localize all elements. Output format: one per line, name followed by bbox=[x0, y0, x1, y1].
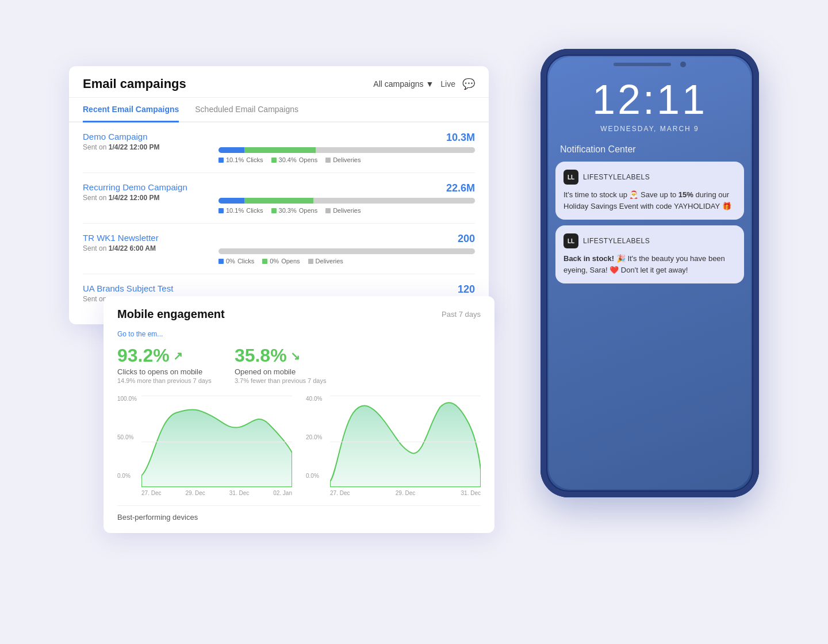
progress-bar bbox=[218, 198, 475, 204]
x-label: 29. Dec bbox=[396, 490, 415, 496]
notification-center-label: Notification Center bbox=[549, 144, 751, 162]
notif-text-2: Back in stock! 🎉 It's the beauty you hav… bbox=[564, 253, 736, 275]
opens-pct: 0% bbox=[270, 258, 279, 264]
campaign-name[interactable]: UA Brands Subject Test bbox=[83, 283, 209, 293]
all-campaigns-button[interactable]: All campaigns ▼ bbox=[373, 79, 434, 89]
metric-opened-mobile: 35.8% ↘ Opened on mobile 3.7% fewer than… bbox=[235, 345, 327, 384]
x-label: 27. Dec bbox=[141, 490, 161, 496]
y-label: 40.0% bbox=[306, 396, 328, 402]
x-label: 27. Dec bbox=[330, 490, 350, 496]
tab-scheduled-email[interactable]: Scheduled Email Campaigns bbox=[195, 98, 298, 122]
notif-brand-2: LIFESTYLELABELS bbox=[583, 237, 650, 245]
go-to-email-link[interactable]: Go to the em... bbox=[117, 330, 481, 338]
tabs-container: Recent Email Campaigns Scheduled Email C… bbox=[69, 98, 489, 122]
campaign-sent: Sent on 1/4/22 12:00 PM bbox=[83, 194, 209, 202]
opens-pct: 30.4% bbox=[279, 156, 297, 163]
clicks-pct: 10.1% bbox=[226, 156, 244, 163]
bar-label-deliveries: Deliveries bbox=[325, 207, 361, 214]
metric1-label: Clicks to opens on mobile bbox=[117, 367, 212, 376]
bar-label-clicks: 0% Clicks bbox=[218, 258, 254, 264]
dot-deliveries bbox=[308, 259, 313, 264]
metric2-sub: 3.7% fewer than previous 7 days bbox=[235, 377, 327, 384]
phone-camera bbox=[680, 62, 686, 67]
campaign-left: Demo Campaign Sent on 1/4/22 12:00 PM bbox=[83, 132, 209, 151]
notif-brand-1: LIFESTYLELABELS bbox=[583, 173, 650, 181]
bar-label-clicks: 10.1% Clicks bbox=[218, 156, 263, 163]
campaign-right: 10.3M 10.1% Clicks 30.4% Opens Deliverie… bbox=[218, 132, 475, 163]
bar-label-opens: 30.3% Opens bbox=[271, 207, 318, 214]
arrow-down-icon: ↘ bbox=[290, 349, 300, 363]
chevron-down-icon: ▼ bbox=[425, 79, 434, 89]
x-label: 29. Dec bbox=[185, 490, 205, 496]
dashboard-title: Email campaings bbox=[83, 76, 186, 91]
email-dashboard: Email campaings All campaigns ▼ Live 💬 R… bbox=[69, 66, 489, 324]
y-label: 0.0% bbox=[306, 473, 328, 479]
bar-clicks bbox=[218, 147, 244, 153]
campaign-row: TR WK1 Newsletter Sent on 1/4/22 6:00 AM… bbox=[83, 224, 475, 274]
campaign-sent: Sent on 1/4/22 6:00 AM bbox=[83, 244, 209, 252]
dot-clicks bbox=[218, 259, 224, 264]
metric2-value: 35.8% bbox=[235, 345, 287, 366]
engagement-title: Mobile engagement bbox=[117, 308, 225, 321]
phone-date: WEDNESDAY, MARCH 9 bbox=[549, 125, 751, 133]
live-badge: Live bbox=[440, 79, 455, 89]
campaign-date: 1/4/22 6:00 AM bbox=[109, 244, 156, 252]
bar-label-opens: 30.4% Opens bbox=[271, 156, 318, 163]
campaign-metric: 22.6M bbox=[218, 182, 475, 194]
bar-label-clicks: 10.1% Clicks bbox=[218, 207, 263, 214]
chart1-y-labels: 100.0% 50.0% 0.0% bbox=[117, 396, 139, 479]
chart2-area bbox=[330, 396, 481, 488]
grid-line bbox=[141, 396, 292, 396]
campaign-date: 1/4/22 12:00 PM bbox=[109, 194, 160, 202]
metric-big-value: 93.2% ↗ bbox=[117, 345, 212, 366]
bar-label-opens: 0% Opens bbox=[262, 258, 300, 264]
notif-logo-2: LL bbox=[564, 233, 578, 248]
past-7-days: Past 7 days bbox=[442, 310, 481, 319]
engagement-header: Mobile engagement Past 7 days bbox=[117, 308, 481, 321]
all-campaigns-label: All campaigns bbox=[373, 79, 423, 89]
metric1-value: 93.2% bbox=[117, 345, 170, 366]
campaign-metric: 120 bbox=[218, 283, 475, 296]
bar-labels: 0% Clicks 0% Opens Deliveries bbox=[218, 258, 475, 264]
dot-deliveries bbox=[325, 208, 331, 213]
x-label: 31. Dec bbox=[229, 490, 249, 496]
campaign-date: 1/4/22 12:00 PM bbox=[109, 143, 160, 151]
bar-opens bbox=[244, 147, 316, 153]
progress-bar bbox=[218, 147, 475, 153]
phone-notch-row bbox=[549, 57, 751, 70]
dot-clicks bbox=[218, 208, 224, 213]
bar-label-deliveries: Deliveries bbox=[325, 156, 361, 163]
dot-deliveries bbox=[325, 158, 331, 163]
bar-labels: 10.1% Clicks 30.3% Opens Deliveries bbox=[218, 207, 475, 214]
progress-bar bbox=[218, 248, 475, 254]
bar-deliveries bbox=[313, 198, 475, 204]
grid-line bbox=[141, 442, 292, 442]
x-label: 31. Dec bbox=[461, 490, 481, 496]
chart2-y-labels: 40.0% 20.0% 0.0% bbox=[306, 396, 328, 479]
bar-opens bbox=[244, 198, 313, 204]
campaign-left: Recurring Demo Campaign Sent on 1/4/22 1… bbox=[83, 182, 209, 202]
bar-deliveries bbox=[316, 147, 475, 153]
dot-opens bbox=[271, 208, 277, 213]
phone-notch bbox=[614, 63, 671, 66]
metric2-big-value: 35.8% ↘ bbox=[235, 345, 327, 366]
opens-pct: 30.3% bbox=[279, 207, 297, 214]
campaign-name[interactable]: Recurring Demo Campaign bbox=[83, 182, 209, 192]
campaign-row: Recurring Demo Campaign Sent on 1/4/22 1… bbox=[83, 173, 475, 224]
notif-header-2: LL LIFESTYLELABELS bbox=[564, 233, 736, 248]
y-label: 100.0% bbox=[117, 396, 139, 402]
dot-opens bbox=[271, 158, 277, 163]
tab-recent-email[interactable]: Recent Email Campaigns bbox=[83, 98, 179, 122]
metric-clicks-opens: 93.2% ↗ Clicks to opens on mobile 14.9% … bbox=[117, 345, 212, 384]
chart2-wrapper: 40.0% 20.0% 0.0% bbox=[306, 396, 481, 496]
chart1-x-labels: 27. Dec 29. Dec 31. Dec 02. Jan bbox=[141, 490, 292, 496]
clicks-pct: 10.1% bbox=[226, 207, 244, 214]
dashboard-header: Email campaings All campaigns ▼ Live 💬 bbox=[69, 66, 489, 98]
metrics-row: 93.2% ↗ Clicks to opens on mobile 14.9% … bbox=[117, 345, 481, 384]
arrow-up-icon: ↗ bbox=[173, 349, 183, 363]
campaign-name[interactable]: TR WK1 Newsletter bbox=[83, 233, 209, 243]
metric2-label: Opened on mobile bbox=[235, 367, 327, 376]
chat-icon[interactable]: 💬 bbox=[462, 78, 475, 90]
campaign-name[interactable]: Demo Campaign bbox=[83, 132, 209, 141]
campaign-sent: Sent on 1/4/22 12:00 PM bbox=[83, 143, 209, 151]
